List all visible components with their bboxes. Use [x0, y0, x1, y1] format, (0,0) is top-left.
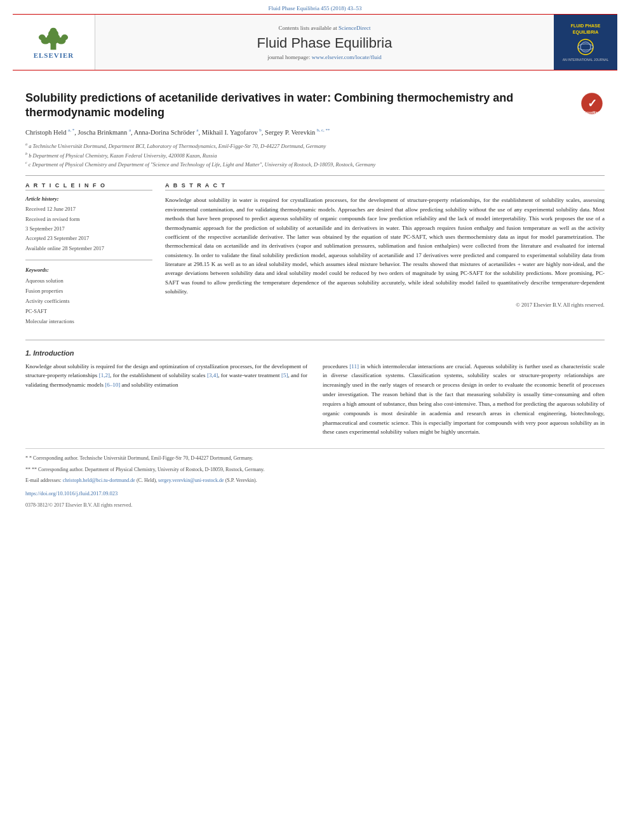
footnotes-area: * * Corresponding author. Technische Uni…	[25, 448, 605, 509]
article-dates: Received 12 June 2017 Received in revise…	[25, 204, 152, 253]
article-info-column: A R T I C L E I N F O Article history: R…	[25, 182, 152, 326]
sciencedirect-link[interactable]: ScienceDirect	[338, 25, 370, 31]
affiliation-b: b b Department of Physical Chemistry, Ka…	[25, 151, 605, 160]
intro-left-text: Knowledge about solubility is required f…	[25, 362, 307, 390]
keyword-1: Aqueous solution	[25, 276, 152, 286]
header-divider	[25, 175, 605, 176]
issn-line: 0378-3812/© 2017 Elsevier B.V. All right…	[25, 501, 605, 510]
elsevier-logo-area: ELSEVIER	[13, 15, 95, 70]
keyword-4: PC-SAFT	[25, 306, 152, 316]
journal-homepage-line: journal homepage: www.elsevier.com/locat…	[267, 54, 381, 60]
footnote-corr1: * * Corresponding author. Technische Uni…	[25, 454, 605, 463]
abstract-label: A B S T R A C T	[165, 182, 605, 190]
article-title-row: Solubility predictions of acetanilide de…	[25, 91, 605, 121]
date-received: Received 12 June 2017	[25, 204, 152, 214]
footnote-corr2: ** ** Corresponding author. Department o…	[25, 465, 605, 474]
affiliation-a: a a Technische Universität Dortmund, Dep…	[25, 142, 605, 150]
svg-point-6	[39, 34, 46, 40]
keyword-2: Fusion properties	[25, 286, 152, 296]
journal-logo: FLUID PHASE EQUILIBRIA AN INTERNATIONAL …	[559, 18, 613, 66]
intro-left-col: Knowledge about solubility is required f…	[25, 362, 307, 437]
contents-available-text: Contents lists available at ScienceDirec…	[279, 25, 371, 31]
keywords-group: Keywords: Aqueous solution Fusion proper…	[25, 267, 152, 327]
svg-point-3	[50, 27, 57, 33]
intro-right-col: procedures [11] in which intermolecular …	[323, 362, 605, 437]
doi-line: https://doi.org/10.1016/j.fluid.2017.09.…	[25, 489, 605, 498]
date-online: Available online 28 September 2017	[25, 244, 152, 253]
svg-text:✓: ✓	[587, 97, 597, 110]
abstract-text: Knowledge about solubility in water is r…	[165, 196, 605, 296]
logo-title-line1: FLUID PHASE	[571, 23, 601, 29]
journal-homepage-link[interactable]: www.elsevier.com/locate/fluid	[312, 54, 382, 60]
date-accepted: Accepted 23 September 2017	[25, 234, 152, 243]
ref-11[interactable]: [11]	[349, 363, 359, 370]
journal-logo-box-area: FLUID PHASE EQUILIBRIA AN INTERNATIONAL …	[554, 15, 617, 70]
article-history-group: Article history: Received 12 June 2017 R…	[25, 196, 152, 253]
keywords-label: Keywords:	[25, 267, 152, 273]
ref-1-2[interactable]: [1,2]	[99, 372, 110, 378]
journal-name: Fluid Phase Equilibria	[257, 35, 392, 51]
history-label: Article history:	[25, 196, 152, 202]
intro-title: 1. Introduction	[25, 349, 605, 357]
date-revised: 3 September 2017	[25, 224, 152, 234]
star-2: **	[25, 467, 32, 472]
introduction-section: 1. Introduction Knowledge about solubili…	[25, 340, 605, 437]
svg-point-7	[62, 34, 69, 40]
authors-line: Christoph Held a, *, Joscha Brinkmann a,…	[25, 127, 605, 138]
intro-right-text: procedures [11] in which intermolecular …	[323, 362, 605, 437]
affiliation-c: c c Department of Physical Chemistry and…	[25, 160, 605, 169]
journal-header-bar: ELSEVIER Contents lists available at Sci…	[13, 14, 617, 70]
logo-title-line2: EQUILIBRIA	[573, 29, 598, 35]
elsevier-tree-icon	[34, 26, 72, 51]
ref-3-4[interactable]: [3,4]	[207, 372, 218, 378]
article-info-abstract: A R T I C L E I N F O Article history: R…	[25, 182, 605, 326]
crossmark-area: ✓ CrossMark	[579, 91, 605, 116]
svg-text:CrossMark: CrossMark	[584, 110, 600, 114]
info-divider	[25, 260, 152, 260]
footnote-emails: E-mail addresses: christoph.held@bci.tu-…	[25, 476, 605, 485]
date-revised-label: Received in revised form	[25, 215, 152, 224]
article-info-label: A R T I C L E I N F O	[25, 182, 152, 190]
abstract-column: A B S T R A C T Knowledge about solubili…	[165, 182, 605, 326]
keywords-list: Aqueous solution Fusion properties Activ…	[25, 276, 152, 327]
journal-name-area: Contents lists available at ScienceDirec…	[95, 15, 554, 70]
keyword-3: Activity coefficients	[25, 296, 152, 306]
intro-two-col: Knowledge about solubility is required f…	[25, 362, 605, 437]
ref-6-10[interactable]: [6–10]	[105, 382, 120, 388]
logo-subtitle: AN INTERNATIONAL JOURNAL	[563, 58, 609, 62]
logo-decoration	[573, 37, 598, 57]
doi-link[interactable]: https://doi.org/10.1016/j.fluid.2017.09.…	[25, 490, 117, 497]
journal-citation: Fluid Phase Equilibria 455 (2018) 43–53	[0, 0, 630, 14]
crossmark-icon: ✓ CrossMark	[580, 92, 603, 115]
svg-point-9	[580, 42, 591, 52]
citation-text: Fluid Phase Equilibria 455 (2018) 43–53	[268, 5, 361, 11]
affiliations: a a Technische Universität Dortmund, Dep…	[25, 142, 605, 169]
copyright-text: © 2017 Elsevier B.V. All rights reserved…	[165, 302, 605, 308]
elsevier-wordmark: ELSEVIER	[34, 51, 74, 59]
email2-link[interactable]: sergey.verevkin@uni-rostock.de	[158, 477, 224, 483]
keyword-5: Molecular interactions	[25, 316, 152, 326]
email1-link[interactable]: christoph.held@bci.tu-dortmund.de	[63, 477, 135, 483]
article-title: Solubility predictions of acetanilide de…	[25, 91, 579, 121]
ref-5[interactable]: [5]	[281, 372, 288, 378]
